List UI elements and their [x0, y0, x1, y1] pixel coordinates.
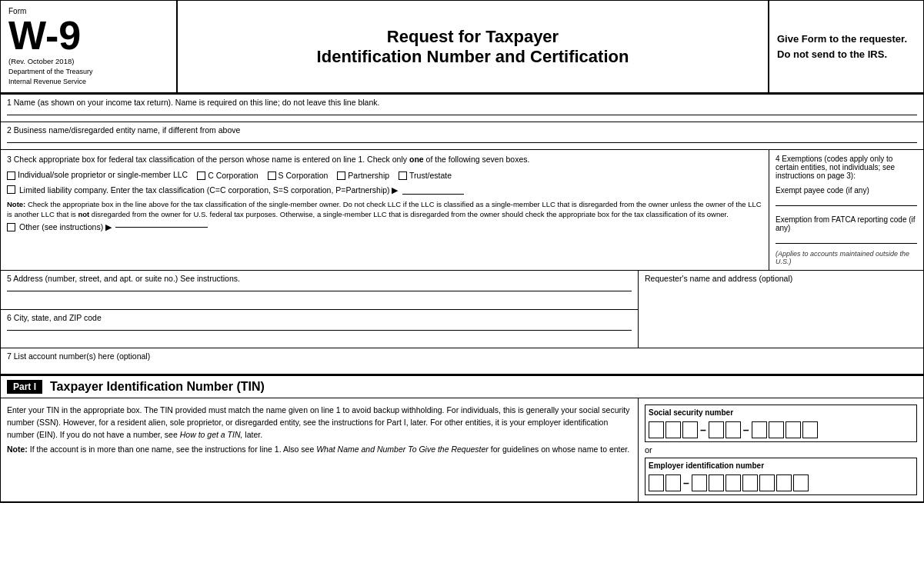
ein-cell-5[interactable] [726, 474, 741, 491]
line6-input[interactable] [7, 330, 632, 331]
checkbox-s-corp: S Corporation [268, 171, 329, 180]
give-form-text: Give Form to the requester. Do not send … [777, 32, 916, 62]
line1-label: 1 Name (as shown on your income tax retu… [7, 98, 917, 107]
part-i-header: Part I Taxpayer Identification Number (T… [1, 376, 923, 398]
address-right: Requester's name and address (optional) [639, 271, 923, 348]
part-i-content: Enter your TIN in the appropriate box. T… [1, 398, 923, 502]
checkbox-trust: Trust/estate [399, 171, 452, 180]
part-i-description: Enter your TIN in the appropriate box. T… [1, 398, 639, 501]
ssn-cell-7[interactable] [769, 421, 784, 438]
form-dept: Department of the Treasury Internal Reve… [8, 67, 168, 86]
llc-row: Limited liability company. Enter the tax… [7, 185, 762, 195]
trust-checkbox[interactable] [399, 171, 407, 180]
ein-label: Employer identification number [649, 461, 913, 470]
ein-cell-1[interactable] [649, 474, 664, 491]
llc-input[interactable] [402, 194, 464, 195]
ssn-cell-5[interactable] [726, 421, 741, 438]
part-i-badge: Part I [7, 380, 42, 394]
ssn-cell-3[interactable] [682, 421, 698, 438]
part-i-right: Social security number – – [639, 398, 923, 501]
other-checkbox[interactable] [7, 223, 15, 231]
checkbox-partnership: Partnership [337, 171, 389, 180]
other-input[interactable] [115, 227, 208, 228]
ein-fields: – [649, 474, 913, 491]
ein-cell-3[interactable] [692, 474, 707, 491]
checkbox-individual: Individual/sole proprietor or single-mem… [7, 170, 188, 181]
fatca-note: (Applies to accounts maintained outside … [776, 250, 917, 265]
part-i-title: Taxpayer Identification Number (TIN) [50, 380, 265, 394]
ein-cell-8[interactable] [776, 474, 792, 491]
ein-dash: – [683, 477, 689, 489]
line7-field: 7 List account number(s) here (optional) [1, 348, 923, 376]
requester-label: Requester's name and address (optional) [645, 274, 917, 283]
ssn-group1 [649, 421, 698, 438]
other-row: Other (see instructions) ▶ [7, 222, 762, 231]
ssn-cell-2[interactable] [665, 421, 681, 438]
ein-group2 [692, 474, 809, 491]
header-right: Give Form to the requester. Do not send … [769, 1, 923, 92]
ssn-dash2: – [743, 424, 749, 436]
exempt-payee-input[interactable] [776, 205, 917, 206]
checkbox-c-corp: C Corporation [197, 171, 258, 180]
ssn-box: Social security number – – [645, 405, 917, 442]
section-3-4: 3 Check appropriate box for federal tax … [1, 150, 923, 271]
other-text: Other (see instructions) ▶ [19, 222, 112, 231]
address-section: 5 Address (number, street, and apt. or s… [1, 271, 923, 348]
ein-cell-7[interactable] [759, 474, 775, 491]
line2-input[interactable] [7, 142, 917, 143]
section-3-header: 3 Check appropriate box for federal tax … [7, 155, 762, 164]
ssn-group3 [752, 421, 818, 438]
line1-field: 1 Name (as shown on your income tax retu… [1, 95, 923, 122]
section4-label: 4 Exemptions (codes apply only to certai… [776, 155, 917, 180]
form-number: W-9 [8, 15, 168, 55]
line5-input[interactable] [7, 291, 632, 291]
note-section: Note: Check the appropriate box in the l… [7, 199, 762, 220]
header-title: Request for Taxpayer Identification Numb… [317, 27, 629, 67]
line6-field: 6 City, state, and ZIP code [1, 309, 638, 348]
ssn-dash1: – [700, 424, 706, 436]
line2-label: 2 Business name/disregarded entity name,… [7, 125, 917, 135]
part-i-text1: Enter your TIN in the appropriate box. T… [7, 405, 632, 441]
s-corp-checkbox[interactable] [268, 171, 276, 180]
ssn-label: Social security number [649, 408, 913, 417]
form-w9-label: W-9 [8, 15, 81, 55]
llc-checkbox[interactable] [7, 185, 15, 194]
line6-label: 6 City, state, and ZIP code [7, 313, 632, 322]
form-header: Form W-9 (Rev. October 2018) Department … [1, 1, 923, 95]
ein-box: Employer identification number – [645, 458, 917, 495]
ssn-fields: – – [649, 421, 913, 438]
partnership-checkbox[interactable] [337, 171, 345, 180]
individual-checkbox[interactable] [7, 171, 15, 180]
ein-cell-9[interactable] [793, 474, 809, 491]
header-left: Form W-9 (Rev. October 2018) Department … [1, 1, 178, 92]
w9-form: Form W-9 (Rev. October 2018) Department … [0, 0, 924, 503]
c-corp-checkbox[interactable] [197, 171, 205, 180]
line5-field: 5 Address (number, street, and apt. or s… [1, 271, 638, 309]
fatca-label: Exemption from FATCA reporting code (if … [776, 215, 917, 232]
form-rev: (Rev. October 2018) [8, 57, 168, 65]
ein-cell-6[interactable] [742, 474, 758, 491]
partnership-label: Partnership [348, 171, 389, 180]
c-corp-label: C Corporation [208, 171, 258, 180]
ein-group1 [649, 474, 681, 491]
address-left: 5 Address (number, street, and apt. or s… [1, 271, 639, 348]
line5-label: 5 Address (number, street, and apt. or s… [7, 274, 632, 283]
or-text: or [645, 445, 917, 454]
exempt-payee-label: Exempt payee code (if any) [776, 186, 917, 195]
llc-text: Limited liability company. Enter the tax… [19, 185, 762, 195]
ssn-cell-1[interactable] [649, 421, 664, 438]
checkboxes-row: Individual/sole proprietor or single-mem… [7, 170, 762, 181]
ssn-cell-4[interactable] [709, 421, 724, 438]
line1-input[interactable] [7, 115, 917, 115]
ein-cell-2[interactable] [665, 474, 681, 491]
ein-cell-4[interactable] [709, 474, 724, 491]
part-i-note: Note: If the account is in more than one… [7, 444, 632, 456]
requester-field: Requester's name and address (optional) [639, 271, 923, 348]
header-center: Request for Taxpayer Identification Numb… [178, 1, 769, 92]
line7-label: 7 List account number(s) here (optional) [7, 351, 917, 361]
fatca-input[interactable] [776, 243, 917, 244]
line2-field: 2 Business name/disregarded entity name,… [1, 122, 923, 150]
ssn-cell-8[interactable] [786, 421, 801, 438]
ssn-cell-9[interactable] [802, 421, 818, 438]
ssn-cell-6[interactable] [752, 421, 767, 438]
